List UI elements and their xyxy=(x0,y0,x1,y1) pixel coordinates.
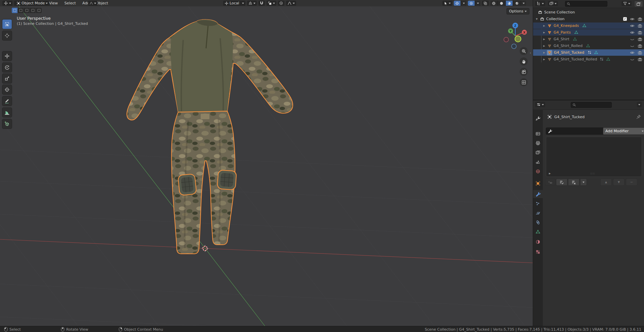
tab-output[interactable] xyxy=(533,139,543,147)
3d-viewport[interactable]: Z Y X User Perspective (1) Scene Collect… xyxy=(0,6,533,326)
eye-closed-icon[interactable] xyxy=(630,57,635,62)
xray-toggle[interactable] xyxy=(482,1,489,6)
collection-checkbox[interactable]: ✓ xyxy=(623,17,627,21)
tab-view-layer[interactable] xyxy=(533,148,543,156)
disable-all-button[interactable] xyxy=(568,179,579,186)
tab-object-data[interactable] xyxy=(533,228,543,236)
display-mode-dropdown[interactable] xyxy=(548,1,558,6)
object-type-visibility-dropdown[interactable] xyxy=(442,1,452,6)
eye-icon[interactable] xyxy=(630,30,635,35)
sidebar-collapse-arrow[interactable]: ‹ xyxy=(530,51,531,55)
outliner-row-g4-shirt-tucked[interactable]: ▶ G4_Shirt_Tucked xyxy=(533,49,644,56)
add-modifier-dropdown[interactable]: Add Modifier xyxy=(603,128,644,135)
editor-type-dropdown[interactable] xyxy=(2,1,12,6)
tab-modifiers[interactable] xyxy=(533,190,543,198)
camera-visibility-icon[interactable] xyxy=(638,17,642,21)
shading-rendered-button[interactable] xyxy=(514,1,520,6)
move-down-button[interactable]: ▼ xyxy=(613,179,625,186)
remove-button[interactable]: − xyxy=(626,179,637,186)
filter-dropdown[interactable] xyxy=(621,1,632,6)
move-up-button[interactable]: ▲ xyxy=(600,179,612,186)
properties-options-dropdown[interactable] xyxy=(637,102,642,107)
tool-cursor[interactable] xyxy=(2,31,12,40)
options-dropdown[interactable]: Options xyxy=(507,8,529,14)
camera-visibility-icon[interactable] xyxy=(638,44,642,48)
shading-solid-button[interactable] xyxy=(498,1,505,6)
menu-select[interactable]: Select xyxy=(62,0,79,6)
eye-closed-icon[interactable] xyxy=(630,37,635,42)
transform-orientation-dropdown[interactable]: Local xyxy=(223,1,245,6)
eye-closed-icon[interactable] xyxy=(630,44,635,48)
gizmo-neg-x[interactable] xyxy=(504,37,509,42)
disclosure-closed-icon[interactable]: ▶ xyxy=(542,45,546,47)
shading-wireframe-button[interactable] xyxy=(490,1,497,6)
select-mode-extend[interactable] xyxy=(18,8,24,13)
outliner-row-g4-shirt-tucked-rolled[interactable]: ▶ G4_Shirt_Tucked_Rolled xyxy=(533,56,644,62)
outliner-row-g4-kneepads[interactable]: ▶ G4_Kneepads xyxy=(533,22,644,29)
mode-dropdown[interactable]: Object Mode xyxy=(14,1,50,6)
gizmo-neg-y[interactable] xyxy=(515,36,521,42)
tool-transform[interactable] xyxy=(2,85,12,94)
eye-icon[interactable] xyxy=(630,23,635,28)
camera-visibility-icon[interactable] xyxy=(638,50,642,55)
ortho-toggle-button[interactable] xyxy=(520,78,528,86)
tab-physics[interactable] xyxy=(533,209,543,217)
select-mode-intersect[interactable] xyxy=(36,8,42,13)
camera-visibility-icon[interactable] xyxy=(638,23,642,28)
pin-icon[interactable] xyxy=(636,114,641,120)
tab-particles[interactable] xyxy=(533,199,543,207)
tab-object[interactable] xyxy=(533,179,543,187)
resize-grip-icon[interactable]: ∷∷ xyxy=(591,172,595,175)
eye-icon[interactable] xyxy=(630,17,635,21)
tab-constraints[interactable] xyxy=(533,218,543,226)
tool-add-cube[interactable] xyxy=(2,119,12,129)
modifier-tab-strip[interactable] xyxy=(546,128,604,135)
toggle-visibility-button[interactable] xyxy=(545,179,555,186)
outliner-row-g4-pants[interactable]: ▶ G4_Pants xyxy=(533,29,644,36)
select-mode-subtract[interactable] xyxy=(24,8,30,13)
outliner-search-input[interactable] xyxy=(565,1,607,7)
tab-tool[interactable] xyxy=(533,114,543,122)
tool-select-box[interactable] xyxy=(2,19,12,29)
select-mode-set[interactable] xyxy=(12,8,17,13)
snap-toggle[interactable] xyxy=(258,1,265,6)
zoom-button[interactable] xyxy=(520,47,528,55)
disclosure-open-icon[interactable]: ▼ xyxy=(535,18,538,20)
shading-dropdown[interactable] xyxy=(521,1,526,6)
proportional-editing-toggle[interactable] xyxy=(278,1,284,6)
overlays-dropdown[interactable] xyxy=(468,1,480,6)
new-collection-button[interactable] xyxy=(634,1,643,7)
disclosure-closed-icon[interactable]: ▶ xyxy=(542,38,546,41)
menu-view[interactable]: View xyxy=(46,0,61,6)
tab-world[interactable] xyxy=(533,167,543,175)
pan-button[interactable] xyxy=(520,57,528,65)
list-options-dropdown[interactable] xyxy=(580,179,587,186)
properties-search-input[interactable] xyxy=(571,102,612,108)
outliner-row-g4-shirt-rolled[interactable]: ▶ G4_Shirt_Rolled xyxy=(533,43,644,49)
shading-material-button[interactable] xyxy=(506,1,513,6)
properties-editor-dropdown[interactable] xyxy=(535,102,545,107)
tab-texture[interactable] xyxy=(533,248,543,256)
snap-target-dropdown[interactable] xyxy=(267,1,276,6)
camera-view-button[interactable] xyxy=(520,68,528,76)
tab-scene[interactable] xyxy=(533,158,543,166)
camera-visibility-icon[interactable] xyxy=(638,30,642,35)
outliner-row-scene-collection[interactable]: Scene Collection xyxy=(533,9,644,15)
tool-scale[interactable] xyxy=(2,74,12,83)
disclosure-closed-icon[interactable]: ▶ xyxy=(542,51,546,54)
pivot-point-dropdown[interactable] xyxy=(247,1,257,6)
outliner-row-collection[interactable]: ▼ Collection ✓ xyxy=(533,16,644,22)
select-mode-invert[interactable] xyxy=(30,8,36,13)
outliner-row-g4-shirt[interactable]: ▶ G4_Shirt xyxy=(533,36,644,42)
falloff-dropdown[interactable] xyxy=(286,1,296,6)
tool-move[interactable] xyxy=(2,51,12,61)
disclosure-closed-icon[interactable]: ▶ xyxy=(542,31,546,34)
gizmos-dropdown[interactable] xyxy=(454,1,466,6)
disclosure-closed-icon[interactable]: ▶ xyxy=(542,58,546,61)
tab-material[interactable] xyxy=(533,238,543,246)
tool-rotate[interactable] xyxy=(2,63,12,72)
tab-render[interactable] xyxy=(533,130,543,138)
tool-measure[interactable] xyxy=(2,108,12,117)
tool-settings-dropdown[interactable] xyxy=(88,1,97,6)
navigation-gizmo[interactable]: Z Y X xyxy=(504,23,527,49)
